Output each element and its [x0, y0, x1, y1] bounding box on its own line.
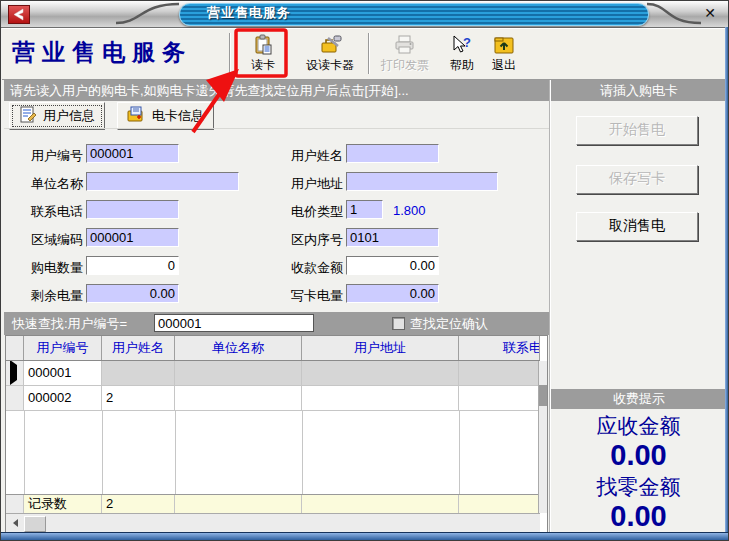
- col-user-name[interactable]: 用户姓名: [102, 336, 175, 360]
- tabs-baseline: [4, 128, 549, 129]
- window-bottom-edge: [1, 532, 728, 540]
- title-bar: 营业售电服务 ✕: [1, 1, 728, 28]
- change-amount-label: 找零金额: [550, 473, 727, 501]
- address-field[interactable]: [346, 172, 498, 191]
- read-card-button[interactable]: 读卡: [240, 32, 286, 72]
- amount-due-value: 0.00: [550, 439, 727, 472]
- user-name-field[interactable]: [346, 144, 439, 163]
- set-reader-label: 设读卡器: [306, 58, 354, 72]
- instruction-bar: 请先读入用户的购电卡,如购电卡遗失请先查找定位用户后点击[开始]...: [4, 80, 549, 101]
- help-cursor-icon: ?: [450, 32, 474, 58]
- col-company[interactable]: 单位名称: [175, 336, 302, 360]
- help-label: 帮助: [450, 58, 474, 72]
- user-info-icon: [19, 106, 37, 126]
- amount-due-label: 应收金额: [550, 412, 727, 440]
- app-logo-icon: [8, 5, 30, 24]
- table-footer-row: 记录数 2: [6, 494, 540, 513]
- area-code-field[interactable]: [86, 228, 179, 247]
- tab-user-info-label: 用户信息: [43, 107, 95, 125]
- company-field[interactable]: [86, 172, 239, 191]
- insert-card-prompt: 请插入购电卡: [551, 80, 727, 101]
- close-button[interactable]: ✕: [700, 5, 720, 22]
- phone-field[interactable]: [86, 200, 179, 219]
- col-phone[interactable]: 联系电话: [459, 336, 540, 360]
- toolbox-icon: [318, 32, 342, 58]
- window-right-edge: [725, 27, 728, 540]
- cancel-sale-button[interactable]: 取消售电: [576, 212, 698, 241]
- tab-user-info[interactable]: 用户信息: [9, 102, 105, 130]
- toolbar: 营业售电服务 读卡: [2, 28, 727, 80]
- set-reader-button[interactable]: 设读卡器: [298, 32, 362, 72]
- table-row-selected[interactable]: 000001: [6, 361, 540, 386]
- amount-label: 收款金额: [277, 259, 343, 277]
- area-code-label: 区域编码: [17, 231, 83, 249]
- vertical-scroll-thumb[interactable]: [539, 385, 547, 406]
- locate-confirm-label: 查找定位确认: [410, 315, 488, 333]
- app-window: 营业售电服务 ✕ 营业售电服务 读卡: [0, 0, 729, 541]
- price-rate-value: 1.800: [393, 203, 426, 218]
- printer-icon: [393, 32, 417, 58]
- quick-search-bar: 快速查找:用户编号= 查找定位确认: [4, 312, 549, 335]
- purchase-qty-field[interactable]: [86, 256, 179, 275]
- write-qty-label: 写卡电量: [277, 287, 343, 305]
- remaining-field[interactable]: [86, 284, 179, 303]
- user-id-label: 用户编号: [17, 147, 83, 165]
- table-header-row: 用户编号 用户姓名 单位名称 用户地址 联系电话: [6, 336, 540, 361]
- col-address[interactable]: 用户地址: [302, 336, 459, 360]
- selector-column-header: [6, 336, 24, 360]
- current-row-marker: [10, 361, 17, 385]
- address-label: 用户地址: [277, 175, 343, 193]
- record-count-label: 记录数: [24, 495, 102, 513]
- price-type-label: 电价类型: [277, 203, 343, 221]
- quick-search-input[interactable]: [154, 314, 314, 332]
- remaining-label: 剩余电量: [17, 287, 83, 305]
- svg-text:?: ?: [463, 35, 471, 50]
- exit-folder-icon: [493, 32, 515, 58]
- save-write-card-button: 保存写卡: [576, 165, 698, 194]
- page-title: 营业售电服务: [12, 37, 192, 68]
- phone-label: 联系电话: [17, 203, 83, 221]
- card-info-icon: [127, 106, 146, 126]
- clipboard-icon: [252, 32, 274, 58]
- locate-confirm-checkbox[interactable]: [392, 317, 405, 330]
- print-invoice-label: 打印发票: [381, 58, 429, 72]
- user-id-field[interactable]: [86, 144, 179, 163]
- user-name-label: 用户姓名: [277, 147, 343, 165]
- amount-field[interactable]: [346, 256, 439, 275]
- purchase-qty-label: 购电数量: [17, 259, 83, 277]
- fee-prompt-header: 收费提示: [551, 389, 727, 409]
- serial-field[interactable]: [346, 228, 439, 247]
- exit-button[interactable]: 退出: [484, 32, 524, 72]
- exit-label: 退出: [492, 58, 516, 72]
- horizontal-scroll-thumb[interactable]: [24, 516, 46, 532]
- col-user-id[interactable]: 用户编号: [24, 336, 102, 360]
- toolbar-separator: [368, 33, 370, 74]
- price-type-field[interactable]: [346, 200, 383, 219]
- toolbar-separator: [229, 33, 231, 74]
- tab-card-info-label: 电卡信息: [152, 107, 204, 125]
- scroll-left-icon[interactable]: [8, 516, 22, 530]
- vertical-scrollbar[interactable]: [538, 361, 547, 513]
- user-table: 用户编号 用户姓名 单位名称 用户地址 联系电话 000001 000002 2: [5, 335, 548, 533]
- company-label: 单位名称: [17, 175, 83, 193]
- write-qty-field[interactable]: [346, 284, 439, 303]
- change-amount-value: 0.00: [550, 500, 727, 533]
- tab-card-info[interactable]: 电卡信息: [117, 102, 214, 130]
- read-card-label: 读卡: [251, 58, 275, 72]
- table-row[interactable]: 000002 2: [6, 386, 540, 411]
- start-sale-button: 开始售电: [576, 116, 698, 145]
- help-button[interactable]: ? 帮助: [442, 32, 482, 72]
- grid-lines: [6, 411, 540, 494]
- quick-search-label: 快速查找:用户编号=: [12, 315, 127, 333]
- horizontal-scrollbar[interactable]: [6, 513, 540, 532]
- window-title: 营业售电服务: [207, 4, 291, 22]
- print-invoice-button: 打印发票: [374, 32, 436, 72]
- serial-label: 区内序号: [277, 231, 343, 249]
- record-count-value: 2: [102, 495, 175, 513]
